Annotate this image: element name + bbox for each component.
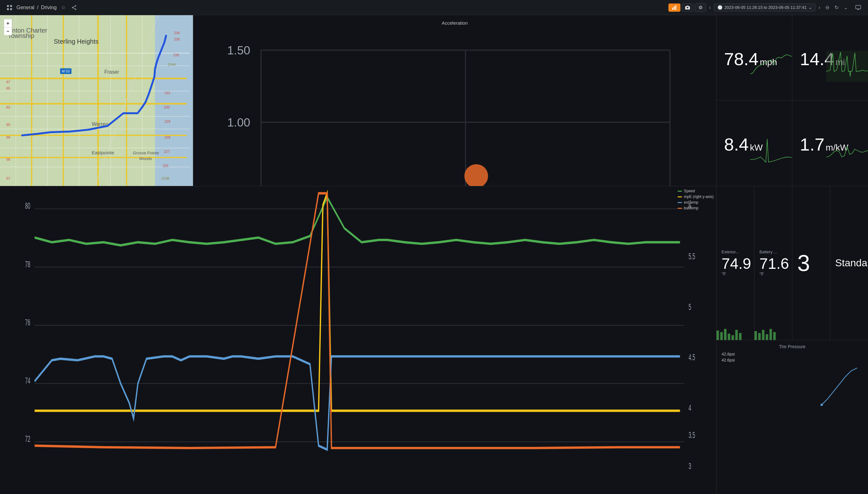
svg-text:60: 60 — [6, 123, 10, 127]
drive-mode-cell: Standard — [830, 186, 868, 340]
expand-button[interactable]: ⌄ — [842, 3, 850, 12]
bar-chart-button[interactable] — [668, 3, 680, 12]
battery-temp-unit: °F — [759, 271, 787, 277]
svg-text:224B: 224B — [161, 176, 170, 180]
svg-text:230: 230 — [164, 105, 170, 109]
exttemp-legend-dot — [678, 202, 682, 203]
svg-rect-2 — [7, 8, 9, 10]
camera-button[interactable] — [682, 3, 694, 12]
legend-speed: Speed — [678, 189, 714, 193]
svg-rect-129 — [724, 329, 727, 340]
metrics-row: Exterior... 74.9 °F Battery ... — [716, 186, 868, 340]
svg-rect-10 — [674, 6, 675, 10]
mpe-legend-dot — [678, 196, 682, 197]
right-stats: 78.4 mph 14.4 mi 8.4 — [716, 15, 868, 186]
tire-val-1: 42.8psi — [721, 352, 863, 357]
svg-rect-12 — [856, 5, 861, 9]
svg-rect-137 — [766, 334, 768, 340]
speed-sparkline — [750, 32, 792, 100]
settings-button[interactable]: ⚙ — [695, 3, 706, 12]
monitor-button[interactable] — [853, 3, 863, 12]
battemp-legend-dot — [678, 208, 682, 209]
exterior-temp-value-row: 74.9 — [721, 256, 749, 271]
svg-point-140 — [820, 403, 823, 406]
distance-sparkline — [826, 32, 868, 100]
svg-rect-3 — [10, 8, 12, 10]
clock-icon: 🕐 — [717, 5, 722, 10]
svg-text:4.5: 4.5 — [688, 352, 695, 362]
svg-text:225: 225 — [163, 164, 168, 168]
battery-temp-label: Battery ... — [759, 249, 787, 254]
svg-text:1.50: 1.50 — [227, 44, 250, 57]
efficiency-sparkline — [826, 118, 868, 186]
svg-line-7 — [73, 6, 75, 7]
share-button[interactable] — [70, 4, 79, 12]
svg-rect-132 — [735, 330, 738, 340]
line-chart-svg: 80 78 76 74 72 6 5.5 5 4.5 4 3.5 3 — [17, 189, 697, 484]
svg-text:3: 3 — [688, 461, 691, 471]
prev-button[interactable]: ‹ — [707, 3, 713, 12]
svg-text:Sterling Heights: Sterling Heights — [54, 38, 98, 45]
scatter-panel: Acceleration 1.50 1.00 0.50 0.00 -0.50 — [193, 15, 716, 186]
speed-stat-cell: 78.4 mph — [716, 15, 792, 100]
svg-text:1.00: 1.00 — [227, 116, 250, 129]
svg-text:80: 80 — [25, 201, 30, 211]
apps-button[interactable] — [5, 4, 14, 12]
power-sparkline — [750, 118, 792, 186]
exttemp-legend-label: extTemp — [684, 200, 698, 205]
exterior-temp-label: Exterior... — [721, 249, 749, 254]
svg-rect-136 — [762, 330, 765, 340]
zoom-out-map-button[interactable]: − — [4, 27, 12, 35]
zoom-in-button[interactable]: + — [4, 19, 12, 27]
topbar: General / Driving ☆ ⚙ ‹ 🕐 2023-06-05 11 — [0, 0, 868, 15]
legend-exttemp: extTemp — [678, 200, 714, 205]
time-range-pill[interactable]: 🕐 2023-06-05 11:26:15 to 2023-06-05 11:3… — [714, 3, 815, 12]
chevron-down-icon: ⌄ — [809, 5, 812, 10]
svg-point-4 — [75, 5, 76, 6]
content-area: + − — [0, 15, 868, 494]
map-controls: + − — [4, 19, 12, 35]
time-range-text: 2023-06-05 11:26:15 to 2023-06-05 11:37:… — [724, 5, 807, 10]
svg-rect-11 — [675, 5, 676, 10]
svg-text:236: 236 — [174, 31, 180, 35]
refresh-button[interactable]: ↻ — [833, 3, 841, 12]
exterior-mini-bars — [716, 327, 754, 340]
svg-text:Fraser: Fraser — [105, 69, 119, 75]
svg-text:234A: 234A — [168, 63, 176, 66]
svg-text:232: 232 — [165, 91, 170, 95]
svg-line-8 — [73, 8, 75, 9]
breadcrumb-separator: / — [37, 5, 38, 11]
speed-legend-label: Speed — [684, 189, 695, 193]
mpe-legend-label: mpE (right y-axis) — [684, 194, 714, 199]
map-panel: + − — [0, 15, 193, 186]
svg-text:72: 72 — [25, 434, 30, 444]
line-chart-panel: Speed mpE (right y-axis) extTemp batTemp… — [0, 186, 716, 494]
svg-rect-139 — [773, 332, 776, 340]
svg-text:58: 58 — [6, 157, 10, 161]
svg-rect-134 — [754, 331, 757, 340]
svg-text:5.5: 5.5 — [688, 251, 695, 261]
battery-temp-value-row: 71.6 — [759, 256, 787, 271]
svg-rect-0 — [7, 5, 9, 7]
svg-rect-130 — [728, 334, 730, 340]
svg-text:67: 67 — [6, 80, 10, 84]
efficiency-value: 1.7 — [800, 136, 825, 153]
svg-rect-135 — [758, 333, 761, 340]
battery-mini-bars — [754, 327, 792, 340]
star-button[interactable]: ☆ — [59, 3, 68, 12]
exterior-temp-value: 74.9 — [721, 255, 751, 272]
svg-text:57: 57 — [6, 176, 10, 180]
distance-stat-cell: 14.4 mi — [792, 15, 868, 100]
battery-temp-value: 71.6 — [759, 255, 789, 272]
svg-text:Woods: Woods — [139, 156, 152, 161]
svg-point-6 — [75, 8, 76, 10]
zoom-out-button[interactable]: ⊖ — [824, 3, 831, 12]
drive-mode-value: Standard — [835, 257, 868, 268]
svg-text:78: 78 — [25, 259, 30, 269]
topbar-center: ⚙ ‹ 🕐 2023-06-05 11:26:15 to 2023-06-05 … — [668, 3, 850, 12]
next-button[interactable]: › — [817, 3, 822, 12]
svg-rect-127 — [716, 330, 719, 340]
svg-text:236: 236 — [174, 37, 180, 41]
svg-text:63: 63 — [6, 105, 10, 109]
svg-rect-9 — [672, 7, 673, 10]
